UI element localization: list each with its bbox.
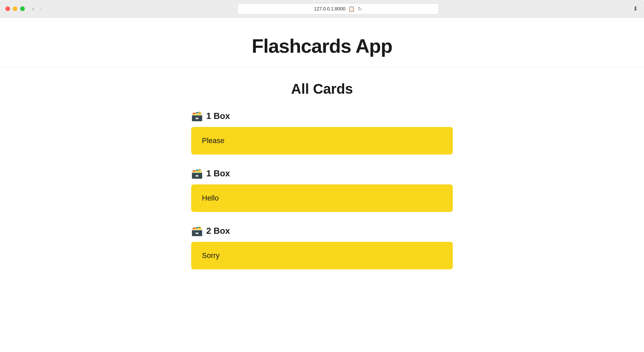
flashcard-text-1: Hello [202,194,219,202]
box-label-2: 🗃️ 2 Box [191,225,453,236]
url-text: 127.0.0.1:8000 [314,6,345,11]
browser-actions: ⬇ [632,4,639,13]
reader-mode-icon: 📋 [348,6,355,12]
traffic-light-minimize[interactable] [13,6,17,11]
box-label-0: 🗃️ 1 Box [191,111,453,122]
page-content: Flashcards App All Cards 🗃️ 1 Box Please… [0,17,644,352]
back-button[interactable]: ‹ [30,5,36,13]
flashcard-text-0: Please [202,136,224,145]
traffic-lights [5,6,25,11]
address-bar[interactable]: 127.0.0.1:8000 📋 ↻ [237,3,439,14]
card-group-2: 🗃️ 2 Box Sorry [191,225,453,269]
page-header: Flashcards App [0,18,644,68]
main-content: All Cards 🗃️ 1 Box Please 🗃️ 1 Box Hello [171,68,473,296]
card-group-0: 🗃️ 1 Box Please [191,111,453,155]
reload-icon[interactable]: ↻ [358,6,362,12]
flashcard-2[interactable]: Sorry [191,242,453,269]
box-label-text-2: 2 Box [206,226,230,236]
browser-chrome: ‹ › 127.0.0.1:8000 📋 ↻ ⬇ [0,0,644,17]
page-title: Flashcards App [7,35,637,57]
flashcard-1[interactable]: Hello [191,184,453,212]
nav-buttons: ‹ › [30,5,44,13]
card-group-1: 🗃️ 1 Box Hello [191,168,453,212]
box-label-text-0: 1 Box [206,111,230,121]
forward-button[interactable]: › [38,5,44,13]
download-icon[interactable]: ⬇ [632,4,639,13]
box-icon-0: 🗃️ [191,111,203,122]
traffic-light-maximize[interactable] [20,6,25,11]
section-title: All Cards [191,81,453,97]
flashcard-text-2: Sorry [202,251,220,260]
traffic-light-close[interactable] [5,6,10,11]
box-icon-1: 🗃️ [191,168,203,179]
box-label-1: 🗃️ 1 Box [191,168,453,179]
box-icon-2: 🗃️ [191,225,203,236]
flashcard-0[interactable]: Please [191,127,453,155]
box-label-text-1: 1 Box [206,168,230,179]
browser-titlebar: ‹ › 127.0.0.1:8000 📋 ↻ ⬇ [0,0,644,17]
